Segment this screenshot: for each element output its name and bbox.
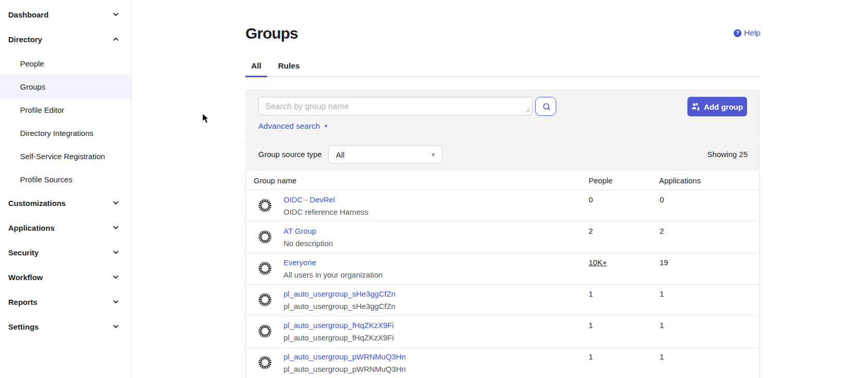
svg-text:?: ? bbox=[736, 30, 739, 36]
